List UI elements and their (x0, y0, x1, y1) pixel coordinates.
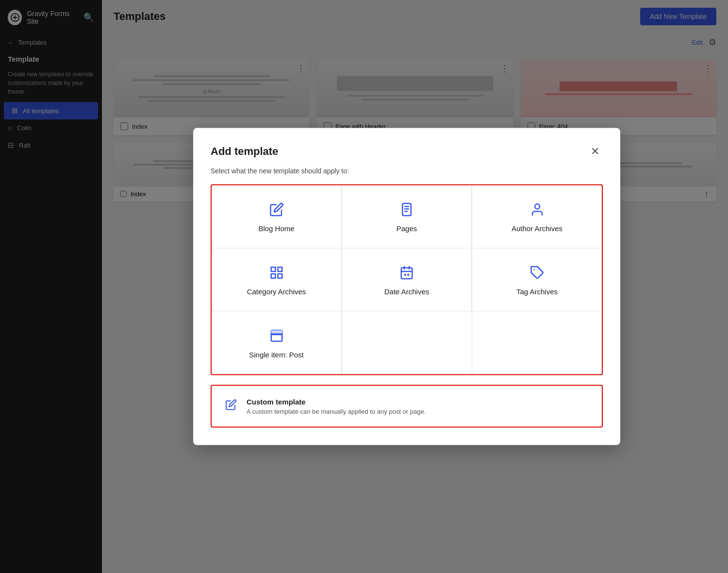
custom-template-text: Custom template A custom template can be… (247, 398, 426, 415)
svg-rect-6 (271, 267, 275, 271)
option-tag-archives-label: Tag Archives (516, 287, 558, 296)
svg-point-5 (535, 204, 540, 209)
option-blog-home[interactable]: Blog Home (212, 185, 342, 248)
modal-header: Add template ✕ (211, 144, 603, 159)
person-icon (529, 201, 546, 219)
option-blog-home-label: Blog Home (258, 224, 294, 233)
option-author-archives-label: Author Archives (512, 224, 563, 233)
options-row-1: Blog Home Pages Author Archives (212, 185, 602, 249)
modal-title: Add template (211, 145, 278, 158)
template-options-grid: Blog Home Pages Author Archives (211, 185, 603, 375)
options-row-3: Single item: Post (212, 312, 602, 374)
document-icon (398, 201, 415, 219)
option-category-archives-label: Category Archives (247, 287, 306, 296)
modal-subtitle: Select what the new template should appl… (211, 167, 603, 175)
svg-rect-15 (407, 274, 409, 276)
calendar-icon (398, 264, 415, 282)
custom-template-description: A custom template can be manually applie… (247, 408, 426, 415)
option-category-archives[interactable]: Category Archives (212, 249, 342, 311)
svg-rect-14 (404, 274, 406, 276)
svg-rect-9 (278, 274, 282, 278)
add-template-modal: Add template ✕ Select what the new templ… (193, 128, 620, 445)
option-date-archives[interactable]: Date Archives (342, 249, 472, 311)
tag-icon (529, 264, 546, 282)
option-single-post-label: Single item: Post (249, 351, 304, 359)
pencil-icon (268, 201, 285, 219)
svg-rect-8 (271, 274, 275, 278)
grid-four-icon (268, 264, 285, 282)
svg-rect-10 (401, 268, 413, 279)
modal-close-button[interactable]: ✕ (587, 144, 603, 159)
options-row-2: Category Archives Date Archives Tag Arch… (212, 249, 602, 312)
custom-pencil-icon (225, 399, 237, 414)
option-tag-archives[interactable]: Tag Archives (472, 249, 602, 311)
option-pages-label: Pages (397, 224, 417, 233)
option-single-post[interactable]: Single item: Post (212, 312, 342, 374)
custom-template-item[interactable]: Custom template A custom template can be… (212, 386, 602, 427)
svg-rect-7 (278, 267, 282, 271)
option-date-archives-label: Date Archives (384, 287, 430, 296)
layout-icon (268, 327, 285, 345)
option-author-archives[interactable]: Author Archives (472, 185, 602, 248)
custom-template-section: Custom template A custom template can be… (211, 385, 603, 428)
custom-template-title: Custom template (247, 398, 426, 406)
option-pages[interactable]: Pages (342, 185, 472, 248)
